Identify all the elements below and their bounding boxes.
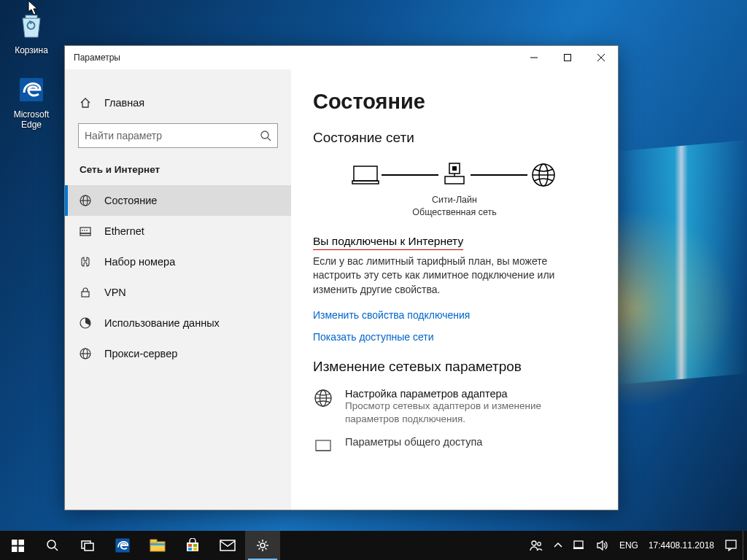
network-diagram	[313, 159, 596, 191]
proxy-icon	[78, 346, 93, 361]
param-title: Параметры общего доступа	[345, 436, 482, 448]
desktop-icon-edge[interactable]: Microsoft Edge	[4, 73, 58, 130]
sidebar-home-label: Главная	[104, 97, 144, 109]
svg-rect-57	[573, 548, 584, 549]
maximize-button[interactable]	[551, 46, 584, 69]
svg-rect-22	[352, 181, 379, 184]
svg-rect-58	[726, 540, 736, 548]
svg-rect-45	[150, 540, 157, 542]
settings-content: Состояние Состояние сети Сити-Лайн Общес…	[291, 69, 618, 510]
svg-rect-56	[574, 541, 583, 548]
link-show-available-networks[interactable]: Показать доступные сети	[313, 331, 596, 343]
taskbar-search[interactable]	[35, 531, 70, 560]
search-icon	[260, 130, 271, 141]
taskbar-taskview[interactable]	[70, 531, 105, 560]
sidebar-item-ethernet[interactable]: Ethernet	[65, 216, 291, 246]
param-title: Настройка параметров адаптера	[345, 388, 596, 400]
link-change-connection-props[interactable]: Изменить свойства подключения	[313, 309, 596, 321]
edge-icon	[15, 73, 48, 106]
svg-rect-51	[193, 548, 197, 551]
param-desc: Просмотр сетевых адаптеров и изменение п…	[345, 400, 596, 426]
minimize-button[interactable]	[517, 46, 551, 69]
search-input[interactable]: Найти параметр	[78, 123, 278, 148]
section-change-settings: Изменение сетевых параметров	[313, 359, 596, 375]
tray-chevron-up-icon[interactable]	[549, 531, 568, 560]
pc-icon	[349, 159, 382, 191]
svg-rect-25	[445, 176, 464, 184]
tray-network-icon[interactable]	[568, 531, 591, 560]
vpn-icon	[78, 285, 93, 300]
svg-rect-33	[316, 440, 330, 451]
window-title: Параметры	[65, 52, 120, 63]
svg-rect-24	[452, 166, 457, 171]
window-controls	[517, 46, 618, 69]
system-tray: ENG 17:44 08.11.2018	[524, 531, 747, 560]
router-icon	[438, 159, 471, 191]
sidebar-item-proxy[interactable]: Прокси-сервер	[65, 338, 291, 369]
ethernet-icon	[78, 224, 93, 238]
svg-point-39	[47, 540, 55, 548]
tray-volume-icon[interactable]	[591, 531, 614, 560]
window-titlebar[interactable]: Параметры	[65, 46, 618, 69]
param-adapter-settings[interactable]: Настройка параметров адаптера Просмотр с…	[313, 388, 596, 426]
sidebar-item-label: Набор номера	[104, 256, 175, 268]
settings-sidebar: Главная Найти параметр Сеть и Интернет С…	[65, 69, 291, 510]
svg-rect-42	[85, 543, 93, 551]
connected-description: Если у вас лимитный тарифный план, вы мо…	[313, 254, 596, 298]
data-usage-icon	[78, 316, 93, 330]
search-placeholder: Найти параметр	[85, 130, 162, 141]
svg-rect-3	[565, 55, 571, 61]
sidebar-item-label: Ethernet	[104, 225, 144, 237]
sidebar-item-dialup[interactable]: Набор номера	[65, 246, 291, 277]
svg-rect-37	[12, 546, 18, 552]
sidebar-home[interactable]: Главная	[65, 91, 291, 114]
sidebar-item-label: Состояние	[104, 195, 157, 206]
tray-people[interactable]	[524, 531, 549, 560]
recycle-bin-label: Корзина	[4, 45, 58, 55]
close-button[interactable]	[584, 46, 618, 69]
sidebar-item-label: Прокси-сервер	[104, 348, 177, 359]
sharing-icon	[313, 436, 335, 458]
sidebar-item-data-usage[interactable]: Использование данных	[65, 308, 291, 338]
sidebar-section-header: Сеть и Интернет	[65, 164, 291, 185]
svg-line-40	[55, 548, 58, 551]
svg-point-54	[532, 541, 536, 545]
page-title: Состояние	[313, 90, 596, 114]
taskbar-store[interactable]	[175, 531, 210, 560]
dialup-icon	[78, 254, 93, 269]
tray-action-center-icon[interactable]	[719, 531, 743, 560]
svg-rect-16	[82, 292, 89, 297]
show-desktop-button[interactable]	[743, 531, 747, 560]
svg-point-55	[538, 542, 541, 546]
taskbar-mail[interactable]	[210, 531, 245, 560]
sidebar-item-status[interactable]: Состояние	[65, 185, 291, 216]
mouse-cursor	[28, 0, 39, 16]
adapter-icon	[313, 388, 335, 410]
svg-rect-46	[150, 543, 165, 545]
tray-clock[interactable]: 17:44 08.11.2018	[643, 531, 719, 560]
taskbar-edge[interactable]	[105, 531, 140, 560]
param-sharing-settings[interactable]: Параметры общего доступа	[313, 436, 596, 458]
svg-point-53	[260, 543, 265, 548]
settings-window: Параметры Главная Найти параметр	[64, 45, 619, 510]
svg-rect-11	[80, 228, 90, 233]
wallpaper-beam	[616, 140, 747, 385]
taskbar-settings[interactable]	[245, 531, 280, 560]
sidebar-item-label: VPN	[104, 287, 126, 298]
taskbar-explorer[interactable]	[140, 531, 175, 560]
svg-rect-38	[18, 546, 24, 552]
svg-rect-48	[188, 544, 192, 547]
home-icon	[78, 96, 93, 110]
globe-icon	[527, 159, 560, 191]
sidebar-item-vpn[interactable]: VPN	[65, 277, 291, 308]
status-icon	[78, 193, 93, 208]
start-button[interactable]	[0, 531, 35, 560]
svg-point-6	[261, 131, 268, 139]
sidebar-item-label: Использование данных	[104, 317, 220, 329]
tray-language[interactable]: ENG	[614, 531, 643, 560]
svg-rect-12	[80, 233, 90, 236]
svg-rect-44	[150, 542, 165, 551]
svg-rect-36	[18, 540, 24, 545]
svg-rect-49	[193, 544, 197, 547]
svg-line-7	[268, 138, 271, 141]
